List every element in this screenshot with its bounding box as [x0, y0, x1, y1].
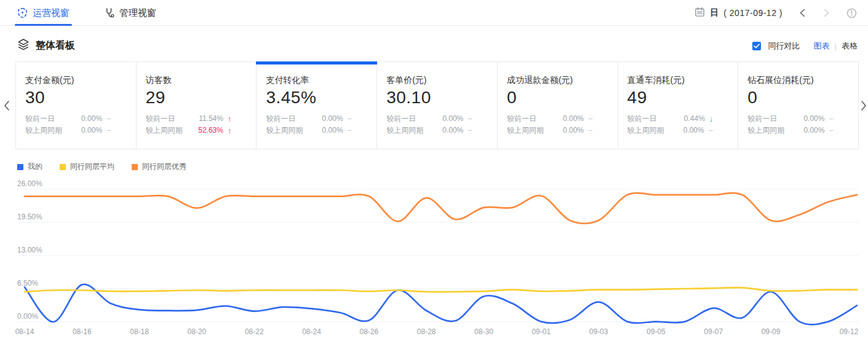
comparison-label: 较上周同期	[146, 125, 183, 136]
comparison-label: 较前一日	[25, 113, 55, 125]
trend-flat-icon: −	[468, 113, 472, 125]
cards-scroll-left-button[interactable]	[3, 100, 10, 114]
metric-comparisons: 较前一日 0.00% − 较上周同期 0.00% −	[386, 113, 488, 136]
legend-label: 同行同层平均	[70, 162, 114, 172]
x-axis-label: 09-07	[704, 327, 723, 336]
date-value: ( 2017-09-12 )	[723, 8, 782, 18]
comparison-label: 较前一日	[747, 113, 777, 125]
cards-scroll-right-button[interactable]	[860, 100, 867, 114]
legend-swatch	[17, 164, 23, 170]
comparison-row: 较前一日 0.00% −	[25, 113, 111, 125]
comparison-value: 0.00% −	[803, 125, 834, 136]
metric-card-7[interactable]: 钻石展位消耗(元)0 较前一日 0.00% − 较上周同期 0.00% −	[738, 62, 858, 149]
trend-flat-icon: −	[588, 113, 593, 125]
comparison-value: 0.00% −	[563, 125, 593, 136]
metric-cards-row: 支付金额(元)30 较前一日 0.00% − 较上周同期 0.00% − 访客数…	[15, 61, 859, 149]
view-chart-button[interactable]: 图表	[814, 41, 830, 52]
metric-card-3[interactable]: 支付转化率3.45% 较前一日 0.00% − 较上周同期 0.00% −	[257, 62, 377, 149]
comparison-row: 较前一日 0.00% −	[507, 113, 593, 125]
legend-swatch	[60, 164, 66, 170]
selected-card-indicator	[256, 61, 377, 64]
metric-comparisons: 较前一日 0.00% − 较上周同期 0.00% −	[507, 113, 609, 136]
trend-up-icon: ↑	[228, 113, 232, 125]
comparison-label: 较前一日	[386, 113, 416, 125]
comparison-row: 较上周同期 0.00% −	[266, 125, 352, 136]
main-tabs: 运营视窗 管理视窗	[17, 0, 156, 26]
x-axis-label: 09-03	[589, 327, 608, 336]
trend-flat-icon: −	[106, 125, 111, 136]
metric-title: 访客数	[146, 75, 248, 86]
comparison-value: 0.00% −	[81, 125, 111, 136]
metric-card-5[interactable]: 成功退款金额(元)0 较前一日 0.00% − 较上周同期 0.00% −	[498, 62, 618, 149]
peer-compare-label[interactable]: 同行对比	[768, 41, 800, 52]
x-axis-label: 08-28	[417, 327, 436, 336]
chart-controls: 同行对比 图表 | 表格	[752, 41, 858, 52]
section-title: 整体看板	[36, 39, 75, 52]
comparison-value: 0.00% −	[683, 125, 714, 136]
x-axis-label: 08-16	[73, 327, 92, 336]
metric-title: 直通车消耗(元)	[627, 75, 730, 86]
trend-down-icon: ↓	[709, 113, 714, 125]
comparison-row: 较前一日 0.00% −	[747, 113, 834, 125]
trend-flat-icon: −	[829, 125, 834, 136]
comparison-row: 较上周同期 0.00% −	[507, 125, 593, 136]
trend-up-icon: ↑	[228, 125, 232, 136]
comparison-label: 较上周同期	[747, 125, 784, 136]
legend-item[interactable]: 我的	[17, 162, 42, 172]
comparison-value: 0.00% −	[322, 113, 352, 125]
comparison-value: 0.00% −	[442, 125, 472, 136]
y-axis-label: 19.50%	[17, 213, 42, 221]
trend-line-chart[interactable]: 0.00%6.50%13.00%19.50%26.00%08-1408-1608…	[0, 178, 868, 343]
metric-comparisons: 较前一日 0.00% − 较上周同期 0.00% −	[747, 113, 850, 136]
stethoscope-icon	[104, 7, 114, 18]
metric-value: 30.10	[386, 88, 488, 108]
comparison-label: 较前一日	[266, 113, 295, 125]
next-date-button[interactable]	[822, 8, 830, 18]
x-axis-label: 08-24	[302, 327, 321, 336]
metric-card-6[interactable]: 直通车消耗(元)49 较前一日 0.44% ↓ 较上周同期 0.00% −	[618, 62, 739, 149]
y-axis-label: 13.00%	[17, 246, 42, 254]
trend-flat-icon: −	[106, 113, 111, 125]
metric-value: 49	[627, 88, 730, 108]
comparison-row: 较上周同期 0.00% −	[386, 125, 472, 136]
metric-value: 30	[25, 88, 127, 108]
legend-label: 同行同层优秀	[142, 162, 186, 172]
info-icon[interactable]	[846, 8, 857, 18]
x-axis-label: 08-22	[245, 327, 264, 336]
comparison-label: 较上周同期	[507, 125, 544, 136]
view-table-button[interactable]: 表格	[842, 41, 858, 52]
tab-label: 管理视窗	[119, 7, 156, 19]
comparison-label: 较上周同期	[266, 125, 303, 136]
x-axis-label: 08-26	[360, 327, 379, 336]
metric-value: 29	[146, 88, 248, 108]
comparison-label: 较上周同期	[386, 125, 423, 136]
comparison-label: 较前一日	[146, 113, 175, 125]
shield-icon	[17, 7, 28, 18]
metric-value: 3.45%	[266, 88, 368, 108]
legend-item[interactable]: 同行同层平均	[60, 162, 114, 172]
date-picker[interactable]: 日 ( 2017-09-12 )	[695, 7, 782, 20]
metric-comparisons: 较前一日 0.00% − 较上周同期 0.00% −	[25, 113, 127, 136]
tab-management-view[interactable]: 管理视窗	[104, 0, 156, 26]
x-axis-label: 09-05	[647, 327, 666, 336]
series-line	[25, 287, 857, 292]
y-axis-label: 6.50%	[17, 279, 38, 287]
legend-item[interactable]: 同行同层优秀	[132, 162, 186, 172]
metric-card-4[interactable]: 客单价(元)30.10 较前一日 0.00% − 较上周同期 0.00% −	[377, 62, 498, 149]
view-switch: 图表 | 表格	[814, 41, 858, 52]
comparison-row: 较上周同期 0.00% −	[747, 125, 834, 136]
series-line	[25, 193, 857, 224]
metric-title: 支付转化率	[266, 75, 368, 86]
metric-title: 钻石展位消耗(元)	[747, 75, 850, 86]
peer-compare-checkbox[interactable]	[752, 42, 761, 50]
y-axis-label: 26.00%	[17, 179, 42, 188]
tab-operations-view[interactable]: 运营视窗	[17, 0, 70, 26]
metric-card-2[interactable]: 访客数29 较前一日 11.54% ↑ 较上周同期 52.63% ↑	[137, 62, 257, 149]
x-axis-label: 09-09	[762, 327, 781, 336]
metric-value: 0	[507, 88, 609, 108]
prev-date-button[interactable]	[798, 8, 806, 18]
metric-card-1[interactable]: 支付金额(元)30 较前一日 0.00% − 较上周同期 0.00% −	[16, 62, 137, 149]
x-axis-label: 09-12	[840, 327, 859, 336]
y-axis-label: 0.00%	[17, 312, 38, 321]
legend-swatch	[132, 164, 138, 170]
